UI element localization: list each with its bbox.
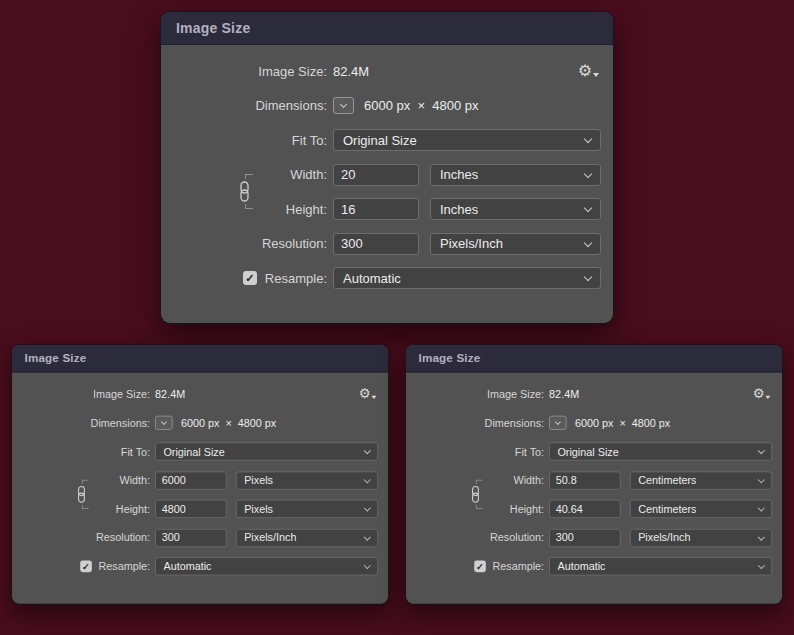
chevron-down-icon bbox=[340, 101, 347, 108]
dimensions-label: Dimensions: bbox=[255, 98, 327, 113]
fit-to-row: Fit To: Original Size bbox=[22, 442, 378, 460]
fit-to-select[interactable]: Original Size bbox=[549, 442, 772, 460]
width-unit-value: Centimeters bbox=[638, 474, 696, 486]
dialog-titlebar[interactable]: Image Size bbox=[406, 345, 782, 372]
width-unit-select[interactable]: Pixels bbox=[236, 471, 378, 489]
resolution-row: Resolution: Pixels/Inch bbox=[173, 233, 601, 255]
image-size-value: 82.4M bbox=[333, 64, 369, 79]
caret-down-icon bbox=[371, 396, 376, 399]
gear-menu-button[interactable]: ⚙ bbox=[753, 387, 772, 400]
dimensions-value: 6000 px × 4800 px bbox=[575, 417, 670, 429]
resolution-label: Resolution: bbox=[262, 236, 327, 251]
chevron-down-icon bbox=[555, 419, 561, 425]
gear-menu-button[interactable]: ⚙ bbox=[578, 63, 601, 79]
dimensions-dropdown-button[interactable] bbox=[155, 416, 172, 430]
width-unit-select[interactable]: Centimeters bbox=[630, 471, 772, 489]
height-input[interactable] bbox=[333, 198, 419, 220]
dialog-titlebar[interactable]: Image Size bbox=[12, 345, 388, 372]
fit-to-select[interactable]: Original Size bbox=[155, 442, 378, 460]
width-input[interactable] bbox=[155, 471, 227, 489]
resolution-unit-value: Pixels/Inch bbox=[638, 531, 690, 543]
chevron-down-icon bbox=[364, 505, 371, 512]
resolution-label: Resolution: bbox=[490, 531, 544, 543]
resample-select[interactable]: Automatic bbox=[549, 557, 772, 575]
fit-to-value: Original Size bbox=[557, 445, 618, 457]
image-size-value: 82.4M bbox=[155, 388, 185, 400]
resolution-unit-select[interactable]: Pixels/Inch bbox=[430, 233, 601, 255]
height-input[interactable] bbox=[549, 500, 621, 518]
height-unit-value: Pixels bbox=[244, 503, 273, 515]
chevron-down-icon bbox=[364, 562, 371, 569]
height-label: Height: bbox=[116, 503, 150, 515]
resolution-input[interactable] bbox=[155, 528, 227, 546]
dimensions-dropdown-button[interactable] bbox=[549, 416, 566, 430]
width-label: Width: bbox=[119, 474, 150, 486]
resolution-row: Resolution: Pixels/Inch bbox=[22, 528, 378, 546]
resolution-unit-select[interactable]: Pixels/Inch bbox=[630, 528, 772, 546]
chevron-down-icon bbox=[758, 562, 765, 569]
width-input[interactable] bbox=[333, 164, 419, 186]
chevron-down-icon bbox=[584, 135, 592, 143]
image-size-row: Image Size: 82.4M ⚙ bbox=[416, 385, 772, 403]
dimensions-value: 6000 px × 4800 px bbox=[364, 98, 479, 113]
fit-to-label: Fit To: bbox=[121, 445, 150, 457]
resample-checkbox[interactable]: ✓ bbox=[243, 271, 257, 285]
resample-row: ✓ Resample: Automatic bbox=[22, 557, 378, 575]
chevron-down-icon bbox=[584, 169, 592, 177]
image-size-value: 82.4M bbox=[549, 388, 579, 400]
chevron-down-icon bbox=[584, 238, 592, 246]
width-input[interactable] bbox=[549, 471, 621, 489]
resample-label: Resample: bbox=[98, 560, 150, 572]
constrain-proportions-toggle[interactable] bbox=[238, 179, 251, 204]
resolution-unit-value: Pixels/Inch bbox=[440, 236, 503, 251]
resample-checkbox[interactable]: ✓ bbox=[474, 560, 486, 572]
dialog-title: Image Size bbox=[418, 352, 480, 365]
height-unit-value: Inches bbox=[440, 202, 478, 217]
chevron-down-icon bbox=[364, 533, 371, 540]
height-unit-select[interactable]: Pixels bbox=[236, 500, 378, 518]
dialog-content: Image Size: 82.4M ⚙ Dimensions: 6000 px … bbox=[406, 372, 782, 575]
dimensions-row: Dimensions: 6000 px × 4800 px bbox=[173, 95, 601, 117]
chevron-down-icon bbox=[584, 204, 592, 212]
check-icon: ✓ bbox=[476, 562, 484, 571]
fit-to-row: Fit To: Original Size bbox=[416, 442, 772, 460]
fit-to-value: Original Size bbox=[343, 133, 417, 148]
chevron-down-icon bbox=[364, 476, 371, 483]
resolution-row: Resolution: Pixels/Inch bbox=[416, 528, 772, 546]
resample-value: Automatic bbox=[343, 271, 401, 286]
height-input[interactable] bbox=[155, 500, 227, 518]
image-size-dialog: Image Size Image Size: 82.4M ⚙ Dimension… bbox=[161, 12, 613, 323]
constrain-proportions-toggle[interactable] bbox=[470, 484, 481, 505]
resample-checkbox[interactable]: ✓ bbox=[80, 560, 92, 572]
check-icon: ✓ bbox=[245, 273, 254, 284]
image-size-row: Image Size: 82.4M ⚙ bbox=[173, 60, 601, 82]
dimensions-value: 6000 px × 4800 px bbox=[181, 417, 276, 429]
resample-value: Automatic bbox=[557, 560, 605, 572]
dimensions-dropdown-button[interactable] bbox=[333, 97, 354, 114]
height-unit-select[interactable]: Inches bbox=[430, 198, 601, 220]
chain-link-icon bbox=[77, 486, 86, 503]
resolution-input[interactable] bbox=[333, 233, 419, 255]
width-unit-value: Pixels bbox=[244, 474, 273, 486]
chain-link-icon bbox=[471, 486, 480, 503]
resolution-input[interactable] bbox=[549, 528, 621, 546]
width-unit-value: Inches bbox=[440, 167, 478, 182]
fit-to-value: Original Size bbox=[163, 445, 224, 457]
width-label: Width: bbox=[290, 167, 327, 182]
dialog-titlebar[interactable]: Image Size bbox=[161, 12, 613, 45]
resample-row: ✓ Resample: Automatic bbox=[416, 557, 772, 575]
caret-down-icon bbox=[593, 73, 599, 77]
resolution-unit-select[interactable]: Pixels/Inch bbox=[236, 528, 378, 546]
width-unit-select[interactable]: Inches bbox=[430, 164, 601, 186]
image-size-label: Image Size: bbox=[487, 388, 544, 400]
fit-to-select[interactable]: Original Size bbox=[333, 129, 601, 151]
chevron-down-icon bbox=[161, 419, 167, 425]
resample-select[interactable]: Automatic bbox=[333, 267, 601, 289]
height-unit-select[interactable]: Centimeters bbox=[630, 500, 772, 518]
height-label: Height: bbox=[286, 202, 327, 217]
resample-row: ✓ Resample: Automatic bbox=[173, 267, 601, 289]
resample-select[interactable]: Automatic bbox=[155, 557, 378, 575]
gear-menu-button[interactable]: ⚙ bbox=[359, 387, 378, 400]
resample-label: Resample: bbox=[492, 560, 544, 572]
constrain-proportions-toggle[interactable] bbox=[76, 484, 87, 505]
